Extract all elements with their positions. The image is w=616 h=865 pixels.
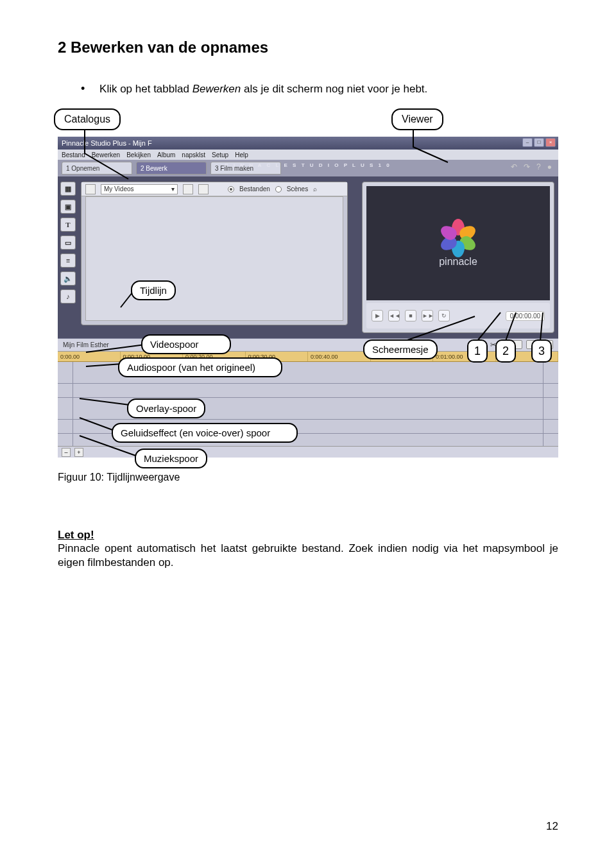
menu-item[interactable]: Setup (212, 151, 228, 158)
brand-label: P I N N A C L E S T U D I O P L U S 1 0 (225, 162, 391, 168)
radio-scenes-label: Scènes (287, 185, 308, 193)
tool-button[interactable]: ♪ (60, 289, 76, 304)
rewind-button[interactable]: ◄◄ (388, 310, 400, 321)
window-close-button[interactable]: × (545, 138, 556, 147)
tool-button[interactable]: ▭ (60, 236, 76, 250)
bullet-em: Bewerken (193, 83, 241, 95)
callout-scheermesje: Scheermesje (363, 339, 438, 359)
callout-audiospoor: Audiospoor (van het origineel) (118, 357, 282, 377)
callout-muziek: Muziekspoor (135, 449, 207, 468)
record-icon[interactable]: ● (547, 162, 552, 171)
callout-geluid: Geluidseffect (en voice-over) spoor (112, 423, 298, 443)
callout-num-3: 3 (531, 339, 552, 363)
ruler-tick: 0:00:40.00 (308, 352, 371, 361)
folder-button[interactable] (198, 184, 209, 194)
menu-item[interactable]: napsklst (182, 151, 205, 158)
annotated-screenshot: Catalogus Viewer Tijdlijn Videospoor Aud… (58, 108, 558, 468)
figure-caption: Figuur 10: Tijdlijnweergave (58, 472, 558, 483)
undo-icon[interactable]: ↶ (511, 162, 517, 171)
help-icon[interactable]: ? (536, 162, 541, 171)
callout-videospoor: Videospoor (141, 334, 231, 354)
tool-button[interactable]: ≡ (60, 253, 76, 268)
bullet-pre: Klik op het tabblad (99, 83, 193, 95)
callout-catalogus: Catalogus (54, 108, 121, 130)
radio-bestanden[interactable] (228, 186, 234, 193)
folder-browse-button[interactable] (183, 184, 193, 194)
callout-num-1: 1 (467, 339, 488, 363)
radio-bestanden-label: Bestanden (239, 185, 270, 193)
bullet-instruction: Klik op het tabblad Bewerken als je dit … (58, 82, 558, 96)
letop-label: Let op! (58, 529, 94, 541)
letop-text: Pinnacle opent automatisch het laatst ge… (58, 542, 558, 569)
tool-button[interactable]: T (60, 218, 76, 232)
tool-button[interactable]: ▦ (60, 182, 76, 196)
side-toolbar: ▦ ▣ T ▭ ≡ 🔈 ♪ (60, 182, 77, 304)
tool-button[interactable]: 🔈 (60, 271, 76, 286)
tool-button[interactable]: ▣ (60, 200, 76, 214)
menu-item[interactable]: Help (235, 151, 248, 158)
viewer-logo-text: pinnacle (439, 256, 477, 268)
page-heading: 2 Bewerken van de opnames (58, 39, 558, 56)
chevron-down-icon: ▾ (171, 185, 175, 193)
callout-num-2: 2 (495, 339, 516, 363)
window-maximize-button[interactable]: □ (534, 138, 544, 147)
search-icon[interactable]: ⌕ (313, 185, 317, 193)
zoom-out-button[interactable]: – (62, 448, 71, 457)
bullet-post: als je dit scherm nog niet voor je hebt. (241, 83, 427, 95)
pinnacle-logo-icon (441, 219, 475, 252)
redo-icon[interactable]: ↷ (524, 162, 530, 171)
menu-item[interactable]: Album (157, 151, 175, 158)
radio-scenes[interactable] (275, 186, 282, 193)
viewer-screen: pinnacle (366, 186, 550, 300)
page-number: 12 (546, 820, 558, 833)
callout-viewer: Viewer (391, 108, 443, 130)
callout-tijdlijn: Tijdlijn (131, 280, 176, 300)
window-minimize-button[interactable]: – (522, 138, 533, 147)
track-audio[interactable] (58, 384, 558, 398)
callout-overlay: Overlay-spoor (127, 398, 205, 418)
play-button[interactable]: ▶ (372, 310, 383, 321)
selected-folder-label: My Videos (104, 185, 134, 193)
